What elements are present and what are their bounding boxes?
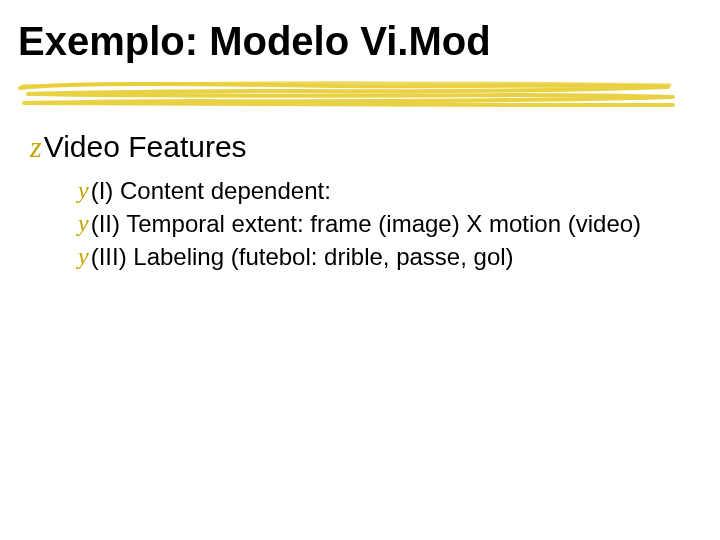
bullet-icon: y bbox=[78, 208, 89, 238]
list-item: y (II) Temporal extent: frame (image) X … bbox=[78, 208, 670, 239]
bullet-icon: y bbox=[78, 241, 89, 271]
list-item-text: (III) Labeling (futebol: drible, passe, … bbox=[91, 241, 514, 272]
title-underline bbox=[18, 78, 678, 112]
section-label: Video Features bbox=[44, 130, 247, 165]
highlighter-stroke-icon bbox=[18, 78, 678, 112]
title-block: Exemplo: Modelo Vi.Mod bbox=[18, 20, 678, 62]
list-item: y (I) Content dependent: bbox=[78, 175, 670, 206]
list-item-text: (I) Content dependent: bbox=[91, 175, 331, 206]
slide: Exemplo: Modelo Vi.Mod z Video Features … bbox=[0, 0, 720, 540]
list-item-text: (II) Temporal extent: frame (image) X mo… bbox=[91, 208, 641, 239]
bullet-icon: z bbox=[30, 130, 42, 163]
bullet-icon: y bbox=[78, 175, 89, 205]
body-content: z Video Features y (I) Content dependent… bbox=[30, 130, 670, 274]
subitem-list: y (I) Content dependent: y (II) Temporal… bbox=[78, 175, 670, 273]
slide-title: Exemplo: Modelo Vi.Mod bbox=[18, 20, 678, 62]
section-heading: z Video Features bbox=[30, 130, 670, 165]
list-item: y (III) Labeling (futebol: drible, passe… bbox=[78, 241, 670, 272]
